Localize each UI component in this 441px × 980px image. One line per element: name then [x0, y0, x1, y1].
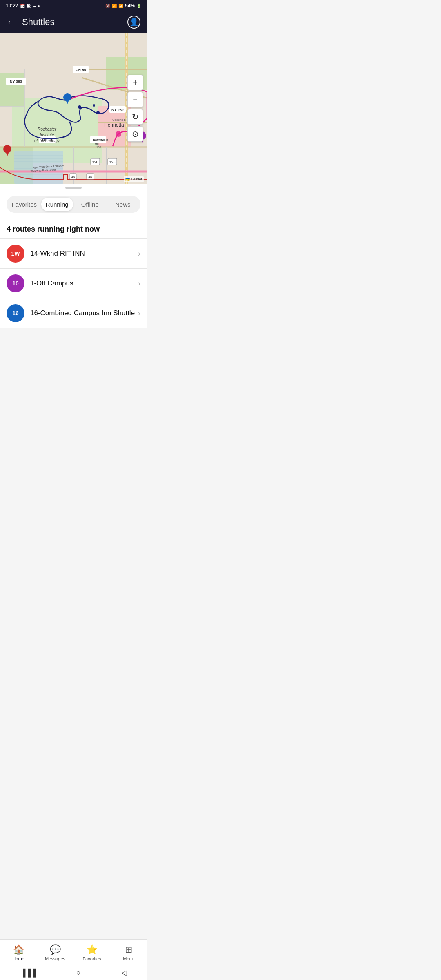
svg-point-56 [116, 131, 121, 137]
route-badge-10: 10 [7, 274, 24, 292]
svg-text:Institute: Institute [40, 133, 54, 137]
chevron-right-icon-1: › [138, 249, 140, 258]
svg-text:Methodist: Methodist [94, 138, 108, 142]
app-header: ← Shuttles 👤 [0, 11, 147, 33]
status-bar: 10:27 📅 🖼 ☁ ● 🔇 📶 📶 54% 🔋 [0, 0, 147, 11]
mute-icon: 🔇 [105, 4, 110, 8]
tab-offline[interactable]: Offline [74, 198, 106, 211]
chevron-right-icon-2: › [138, 279, 140, 288]
zoom-out-button[interactable]: − [127, 92, 143, 107]
profile-button[interactable]: 👤 [127, 16, 140, 29]
gallery-icon: 🖼 [27, 4, 31, 8]
svg-text:46: 46 [71, 175, 75, 179]
route-name-3: 16-Combined Campus Inn Shuttle [30, 309, 138, 317]
filter-tabs: Favorites Running Offline News [7, 196, 140, 213]
svg-text:CR 85: CR 85 [76, 68, 86, 72]
routes-section: 4 routes running right now [0, 218, 147, 238]
route-name-2: 1-Off Campus [30, 279, 138, 287]
wifi-icon: 📶 [112, 4, 117, 8]
tab-news[interactable]: News [107, 198, 139, 211]
zoom-in-button[interactable]: + [127, 75, 143, 90]
svg-point-58 [96, 111, 100, 114]
svg-text:NY 252: NY 252 [111, 108, 124, 112]
dot-icon: ● [38, 4, 40, 8]
svg-point-59 [93, 104, 95, 107]
route-badge-1w: 1W [7, 245, 24, 263]
drag-handle[interactable] [0, 184, 147, 192]
tab-favorites[interactable]: Favorites [8, 198, 40, 211]
cloud-icon: ☁ [32, 4, 36, 8]
route-name-1: 14-Wknd RIT INN [30, 249, 138, 258]
back-button[interactable]: ← [7, 17, 16, 27]
svg-text:Henrietta: Henrietta [104, 122, 124, 128]
svg-text:NY 383: NY 383 [10, 80, 22, 84]
map-controls: + − ↻ ⊙ [127, 75, 143, 142]
page-title: Shuttles [22, 17, 127, 27]
svg-text:46: 46 [89, 175, 92, 179]
battery-label: 54% [125, 3, 135, 9]
routes-heading: 4 routes running right now [7, 225, 140, 234]
status-time: 10:27 [6, 3, 18, 9]
map-attribution: 🇺🇦 Leaflet [124, 176, 144, 182]
route-item[interactable]: 1W 14-Wknd RIT INN › [0, 239, 147, 269]
route-item[interactable]: 10 1-Off Campus › [0, 269, 147, 298]
signal-icon: 📶 [118, 4, 123, 8]
map-view[interactable]: NY 383 CR 85 NY 252 NY 15 CR 81 CR 77 CR… [0, 33, 147, 184]
tabs-section: Favorites Running Offline News [0, 192, 147, 218]
location-button[interactable]: ⊙ [127, 126, 143, 142]
profile-icon: 👤 [129, 18, 138, 27]
chevron-right-icon-3: › [138, 309, 140, 318]
drag-handle-bar [65, 187, 82, 189]
calendar-icon: 📅 [20, 4, 25, 8]
svg-text:Rochester: Rochester [38, 127, 56, 131]
route-item[interactable]: 16 16-Combined Campus Inn Shuttle › [0, 298, 147, 328]
route-badge-16: 16 [7, 304, 24, 322]
tab-running[interactable]: Running [41, 198, 74, 211]
refresh-button[interactable]: ↻ [127, 109, 143, 125]
battery-icon: 🔋 [136, 4, 141, 8]
svg-point-57 [78, 105, 81, 109]
svg-text:128: 128 [109, 160, 115, 164]
svg-text:128: 128 [92, 160, 98, 164]
